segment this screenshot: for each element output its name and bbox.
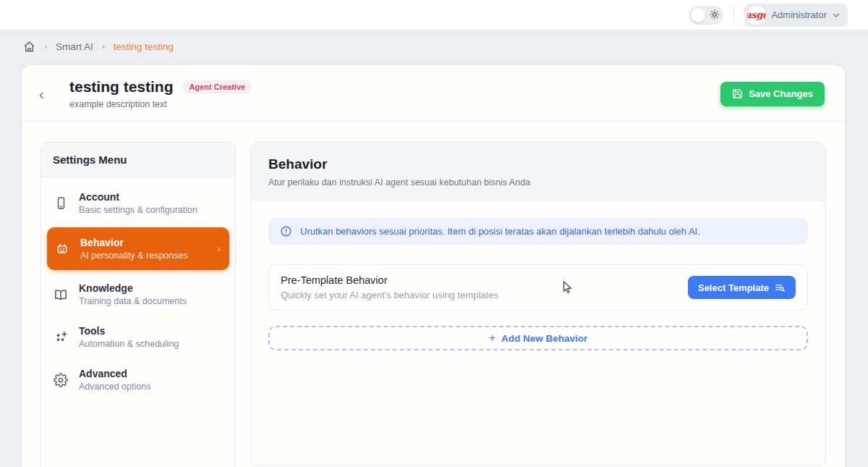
sun-icon [710, 9, 720, 20]
sidebar-item-sublabel: Basic settings & configuration [79, 205, 197, 215]
priority-info-text: Urutkan behaviors sesuai prioritas. Item… [300, 226, 700, 237]
save-changes-button[interactable]: Save Changes [720, 82, 825, 106]
sidebar-item-label: Knowledge [79, 282, 187, 294]
breadcrumb: › Smart AI › testing testing [0, 30, 868, 62]
sidebar-item-sublabel: Advanced options [79, 382, 150, 392]
chevron-right-icon: › [218, 243, 221, 254]
sidebar-item-knowledge[interactable]: Knowledge Training data & documents [41, 273, 235, 316]
robot-face-icon [54, 242, 70, 256]
home-icon[interactable] [23, 41, 35, 53]
pre-template-subtitle: Quickly set your AI agent's behavior usi… [281, 290, 498, 300]
sidebar-item-label: Tools [79, 325, 179, 337]
agent-type-badge: Agent Creative [182, 80, 253, 94]
behavior-panel-body: Urutkan behaviors sesuai prioritas. Item… [251, 201, 825, 368]
user-name: Administrator [771, 9, 827, 20]
gear-icon [53, 373, 69, 387]
sidebar-item-advanced[interactable]: Advanced Advanced options [41, 358, 235, 401]
breadcrumb-current: testing testing [114, 41, 174, 52]
priority-info-alert: Urutkan behaviors sesuai prioritas. Item… [268, 218, 808, 245]
breadcrumb-smart-ai[interactable]: Smart AI [56, 41, 93, 52]
add-new-behavior-label: Add New Behavior [501, 333, 587, 344]
tools-grid-icon [53, 330, 69, 344]
settings-menu-list: Account Basic settings & configuration [41, 177, 235, 405]
book-open-icon [53, 287, 69, 302]
sidebar-item-sublabel: Automation & scheduling [79, 339, 179, 349]
settings-menu-title: Settings Menu [41, 143, 235, 177]
select-template-button[interactable]: Select Template [688, 276, 796, 299]
plus-icon: + [489, 332, 495, 345]
sidebar-item-label: Behavior [80, 237, 188, 248]
save-icon [732, 88, 743, 99]
behavior-panel: Behavior Atur perilaku dan instruksi AI … [250, 142, 826, 466]
behavior-panel-title: Behavior [268, 156, 808, 172]
sidebar-item-sublabel: Training data & documents [79, 296, 187, 306]
title-block: testing testing Agent Creative example d… [69, 78, 252, 109]
breadcrumb-separator: › [102, 41, 105, 51]
breadcrumb-separator: › [44, 41, 47, 51]
sidebar-item-account[interactable]: Account Basic settings & configuration [41, 182, 235, 224]
pre-template-card: Pre-Template Behavior Quickly set your A… [268, 264, 808, 311]
settings-menu-panel: Settings Menu Account Basic settings & c… [41, 142, 236, 467]
sidebar-item-behavior[interactable]: Behavior AI personality & responses › [47, 227, 229, 270]
page-header: ‹ testing testing Agent Creative example… [22, 65, 845, 122]
topbar-divider [733, 7, 734, 24]
user-menu[interactable]: asgo Administrator [744, 4, 848, 27]
sidebar-item-sublabel: AI personality & responses [80, 251, 188, 261]
theme-toggle-knob[interactable] [691, 8, 705, 22]
save-changes-label: Save Changes [749, 88, 813, 99]
sidebar-item-label: Advanced [79, 368, 150, 379]
select-template-label: Select Template [698, 282, 769, 293]
smartphone-icon [53, 196, 69, 210]
sidebar-item-tools[interactable]: Tools Automation & scheduling [41, 316, 235, 358]
page-card: ‹ testing testing Agent Creative example… [22, 65, 845, 467]
page-description: example description text [69, 99, 252, 109]
chevron-down-icon [832, 11, 841, 20]
pre-template-title: Pre-Template Behavior [281, 274, 498, 286]
behavior-panel-header: Behavior Atur perilaku dan instruksi AI … [251, 143, 825, 201]
behavior-panel-subtitle: Atur perilaku dan instruksi AI agent ses… [268, 177, 808, 188]
content-row: Settings Menu Account Basic settings & c… [22, 122, 845, 467]
topbar: asgo Administrator [0, 0, 868, 30]
theme-toggle[interactable] [689, 6, 723, 25]
page-title: testing testing [69, 78, 174, 96]
brand-logo: asgo [747, 6, 766, 25]
add-new-behavior-button[interactable]: + Add New Behavior [268, 326, 808, 350]
sidebar-item-label: Account [79, 191, 197, 203]
back-button[interactable]: ‹ [39, 87, 54, 101]
brand-logo-text: asgo [747, 9, 766, 20]
alert-circle-icon [280, 225, 292, 237]
list-search-icon [775, 282, 786, 293]
